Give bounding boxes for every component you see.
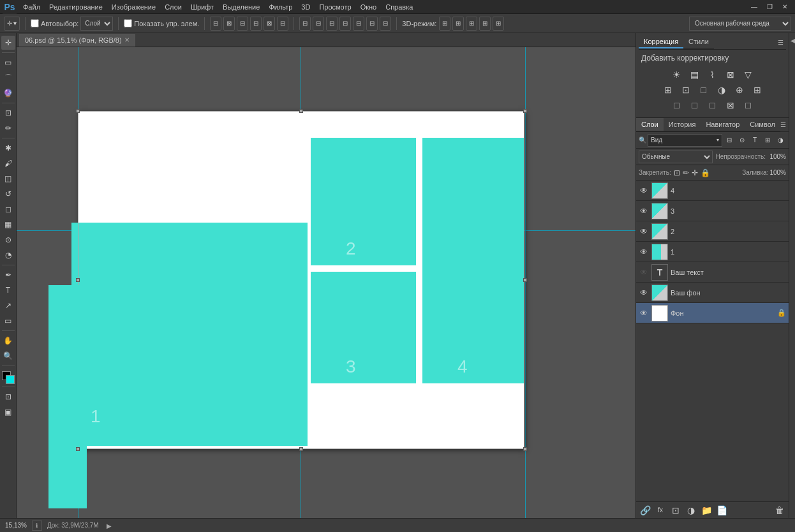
- layer-fx-button[interactable]: fx: [654, 504, 667, 517]
- selective-color-icon[interactable]: ⊠: [723, 98, 738, 112]
- gradient-tool[interactable]: ▦: [1, 218, 15, 232]
- spot-heal-tool[interactable]: ✱: [1, 141, 15, 155]
- align-left-button[interactable]: ⊟: [210, 17, 221, 31]
- minimize-button[interactable]: —: [747, 0, 762, 14]
- filter-pixel-icon[interactable]: ⊟: [724, 135, 735, 146]
- close-button[interactable]: ✕: [777, 0, 792, 14]
- move-tool-button[interactable]: ✛ ▾: [4, 17, 20, 31]
- lock-move-icon[interactable]: ✛: [692, 168, 698, 177]
- menu-window[interactable]: Окно: [357, 2, 381, 12]
- layer-row-bg[interactable]: 👁 Ваш фон: [636, 283, 789, 303]
- layer-row-text[interactable]: 👁 T Ваш текст: [636, 262, 789, 283]
- threshold-icon[interactable]: □: [705, 98, 720, 112]
- zoom-tool[interactable]: 🔍: [1, 349, 15, 363]
- canvas-content[interactable]: 1 2 3 4: [17, 47, 635, 518]
- tab-navigator[interactable]: Навигатор: [701, 118, 745, 131]
- document-tab[interactable]: 06.psd @ 15,1% (Фон, RGB/8) ✕: [19, 34, 135, 47]
- menu-file[interactable]: Файл: [19, 2, 44, 12]
- dist-center-h-button[interactable]: ⊟: [313, 17, 324, 31]
- layer-1-visibility-toggle[interactable]: 👁: [639, 247, 649, 257]
- add-mask-button[interactable]: ⊡: [669, 504, 682, 517]
- align-right-button[interactable]: ⊟: [237, 17, 248, 31]
- 3d-btn-5[interactable]: ⊞: [493, 17, 504, 31]
- layers-panel-menu[interactable]: ☰: [780, 121, 789, 128]
- lookup-icon[interactable]: □: [741, 98, 756, 112]
- 3d-btn-4[interactable]: ⊞: [479, 17, 491, 31]
- channel-mixer-icon[interactable]: ⊞: [750, 83, 765, 97]
- dist-bottom-button[interactable]: ⊟: [366, 17, 378, 31]
- status-arrow-button[interactable]: ▶: [107, 522, 112, 529]
- align-center-h-button[interactable]: ⊠: [223, 17, 235, 31]
- brush-tool[interactable]: 🖌: [1, 156, 15, 170]
- brightness-icon[interactable]: ☀: [669, 68, 685, 82]
- hand-tool[interactable]: ✋: [1, 334, 15, 348]
- menu-help[interactable]: Справка: [382, 2, 417, 12]
- filter-type-select[interactable]: Вид: [651, 137, 662, 144]
- invert-icon[interactable]: □: [669, 98, 685, 112]
- tab-styles[interactable]: Стили: [683, 36, 714, 48]
- menu-edit[interactable]: Редактирование: [45, 2, 107, 12]
- menu-view[interactable]: Просмотр: [315, 2, 355, 12]
- curves-icon[interactable]: ⌇: [705, 68, 720, 82]
- background-color[interactable]: [6, 375, 15, 384]
- filter-dropdown-icon[interactable]: ▾: [717, 137, 719, 143]
- dodge-tool[interactable]: ◔: [1, 248, 15, 262]
- delete-layer-button[interactable]: 🗑: [773, 504, 786, 517]
- gradient-map-icon[interactable]: ▽: [741, 68, 756, 82]
- layer-3-visibility-toggle[interactable]: 👁: [639, 206, 649, 216]
- path-select-tool[interactable]: ↗: [1, 299, 15, 313]
- pen-tool[interactable]: ✒: [1, 268, 15, 282]
- layer-2-visibility-toggle[interactable]: 👁: [639, 226, 649, 237]
- menu-3d[interactable]: 3D: [297, 2, 314, 12]
- bw-icon[interactable]: ◑: [714, 83, 729, 97]
- align-top-button[interactable]: ⊟: [250, 17, 262, 31]
- correction-panel-menu[interactable]: ☰: [778, 39, 784, 46]
- vibrance-icon[interactable]: ⊞: [660, 83, 676, 97]
- layer-row-3[interactable]: 👁 3: [636, 201, 789, 221]
- tab-history[interactable]: История: [664, 118, 701, 131]
- tab-close-button[interactable]: ✕: [124, 36, 130, 43]
- dist-right-button[interactable]: ⊟: [326, 17, 338, 31]
- quick-select-tool[interactable]: 🔮: [1, 86, 15, 100]
- align-bottom-button[interactable]: ⊟: [277, 17, 288, 31]
- dist-center-v-button[interactable]: ⊟: [353, 17, 364, 31]
- screen-mode-tool[interactable]: ▣: [1, 405, 15, 419]
- lock-all-icon[interactable]: 🔒: [701, 168, 710, 177]
- photo-filter-icon[interactable]: ⊕: [732, 83, 747, 97]
- status-info-icon[interactable]: ℹ: [32, 521, 42, 531]
- lock-position-icon[interactable]: ✏: [683, 168, 689, 177]
- filter-adj-icon[interactable]: ⊙: [736, 135, 748, 146]
- layer-row-4[interactable]: 👁 4: [636, 181, 789, 201]
- layer-4-visibility-toggle[interactable]: 👁: [639, 186, 649, 196]
- hsl-icon[interactable]: ⊡: [678, 83, 694, 97]
- menu-filter[interactable]: Фильтр: [265, 2, 296, 12]
- dist-gap-button[interactable]: ⊟: [380, 17, 391, 31]
- new-adjustment-button[interactable]: ◑: [685, 504, 697, 517]
- link-layers-button[interactable]: 🔗: [639, 504, 651, 517]
- maximize-button[interactable]: ❐: [762, 0, 777, 14]
- dist-left-button[interactable]: ⊟: [299, 17, 311, 31]
- menu-image[interactable]: Изображение: [108, 2, 160, 12]
- exposure-icon[interactable]: ⊠: [723, 68, 738, 82]
- eraser-tool[interactable]: ◻: [1, 202, 15, 216]
- history-brush-tool[interactable]: ↺: [1, 187, 15, 201]
- posterize-icon[interactable]: □: [687, 98, 702, 112]
- filter-smart-icon[interactable]: ◑: [775, 135, 786, 146]
- lasso-tool[interactable]: ⌒: [1, 71, 15, 85]
- new-layer-button[interactable]: 📄: [715, 504, 728, 517]
- align-center-v-button[interactable]: ⊠: [264, 17, 275, 31]
- tab-correction[interactable]: Коррекция: [639, 36, 683, 48]
- fill-value[interactable]: 100%: [769, 169, 786, 176]
- filter-shape-icon[interactable]: ⊞: [762, 135, 773, 146]
- color-swatch[interactable]: [2, 371, 15, 384]
- workspace-select[interactable]: Основная рабочая среда: [689, 17, 791, 31]
- 3d-btn-3[interactable]: ⊞: [466, 17, 477, 31]
- 3d-btn-1[interactable]: ⊞: [439, 17, 450, 31]
- eyedropper-tool[interactable]: ✏: [1, 121, 15, 135]
- layer-fon-visibility-toggle[interactable]: 👁: [639, 308, 649, 318]
- shape-tool[interactable]: ▭: [1, 314, 15, 328]
- crop-tool[interactable]: ⊡: [1, 106, 15, 120]
- layer-row-2[interactable]: 👁 2: [636, 221, 789, 242]
- autoselect-select[interactable]: Слой: [80, 17, 113, 31]
- show-controls-checkbox[interactable]: [124, 19, 132, 27]
